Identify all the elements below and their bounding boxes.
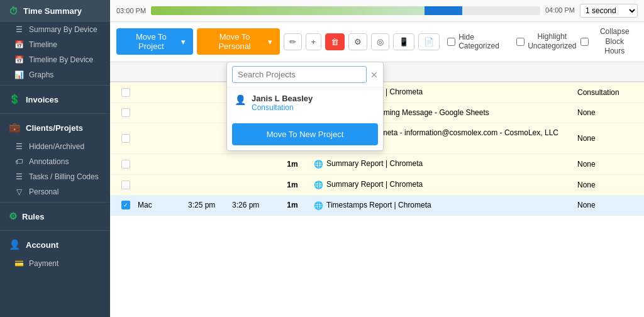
progress-marker bbox=[425, 6, 462, 15]
dropdown-arrow-icon: ▾ bbox=[181, 37, 186, 47]
move-to-project-button[interactable]: Move To Project ▾ bbox=[116, 28, 193, 55]
edit-button[interactable]: ✏ bbox=[284, 33, 302, 50]
row1-category: None bbox=[575, 107, 638, 118]
export-button[interactable]: 📄 bbox=[418, 33, 440, 50]
row0-start bbox=[186, 91, 230, 94]
row4-category: None bbox=[575, 179, 638, 191]
sidebar-item-summary-by-device[interactable]: ☰ Summary By Device bbox=[9, 22, 110, 37]
sidebar-tasks-billing-label: Tasks / Billing Codes bbox=[29, 172, 99, 181]
divider-3 bbox=[0, 202, 110, 203]
add-button[interactable]: + bbox=[306, 33, 322, 50]
row5-duration: 1m bbox=[274, 199, 311, 211]
row3-check[interactable] bbox=[116, 158, 135, 170]
col-check bbox=[116, 66, 135, 77]
time-label-left: 03:00 PM bbox=[116, 7, 146, 14]
row0-check[interactable] bbox=[116, 87, 135, 98]
move-to-project-label: Move To Project bbox=[124, 32, 179, 51]
progress-track bbox=[151, 6, 540, 15]
dropdown-search-row: ✕ bbox=[227, 62, 383, 87]
timeline-icon: 📅 bbox=[14, 40, 24, 49]
table-row: 1m 🌐 Summary Report | Chrometa None bbox=[110, 154, 644, 175]
checked-checkbox-5[interactable]: ✓ bbox=[121, 201, 130, 209]
highlight-checkbox[interactable] bbox=[516, 38, 525, 46]
hide-categorized-checkbox-label[interactable]: Hide Categorized bbox=[447, 33, 513, 50]
tasks-billing-icon: ☰ bbox=[14, 172, 24, 181]
sidebar: ⏱ Time Summary ☰ Summary By Device 📅 Tim… bbox=[0, 0, 110, 317]
time-summary-icon: ⏱ bbox=[9, 6, 18, 16]
dropdown-user-section: 👤 Janis L Beasley Consultation bbox=[227, 87, 383, 118]
sidebar-item-payment[interactable]: 💳 Payment bbox=[9, 256, 110, 271]
device-button[interactable]: 📱 bbox=[393, 33, 414, 50]
clients-icon: 💼 bbox=[9, 122, 21, 133]
account-icon: 👤 bbox=[9, 239, 21, 250]
sidebar-item-account[interactable]: 👤 Account bbox=[0, 233, 110, 256]
search-projects-input[interactable] bbox=[232, 66, 367, 83]
divider-1 bbox=[0, 85, 110, 86]
payment-icon: 💳 bbox=[14, 259, 24, 268]
sidebar-item-hidden-archived[interactable]: ☰ Hidden/Archived bbox=[9, 139, 110, 154]
row1-check[interactable] bbox=[116, 107, 135, 118]
move-to-personal-button[interactable]: Move To Personal ▾ bbox=[197, 28, 280, 55]
sidebar-invoices-label: Invoices bbox=[26, 95, 58, 104]
highlight-checkbox-label[interactable]: HighlightUncategorized bbox=[516, 32, 576, 52]
row2-start bbox=[186, 137, 230, 140]
row1-device bbox=[135, 111, 186, 114]
sidebar-item-timeline-by-device[interactable]: 📅 Timeline By Device bbox=[9, 52, 110, 67]
empty-checkbox-2[interactable] bbox=[121, 134, 130, 143]
move-to-new-project-button[interactable]: Move To New Project bbox=[232, 123, 378, 145]
row3-activity: 🌐 Summary Report | Chrometa bbox=[311, 157, 575, 171]
sidebar-item-graphs[interactable]: 📊 Graphs bbox=[9, 67, 110, 82]
empty-checkbox-4[interactable] bbox=[121, 181, 130, 189]
sidebar-item-tasks-billing[interactable]: ☰ Tasks / Billing Codes bbox=[9, 169, 110, 184]
settings-button[interactable]: ⚙ bbox=[348, 33, 367, 50]
move-to-personal-label: Move To Personal bbox=[204, 32, 265, 51]
sidebar-item-annotations[interactable]: 🏷 Annotations bbox=[9, 154, 110, 169]
row5-activity-text: Timestamps Report | Chrometa bbox=[326, 200, 431, 211]
sidebar-clients-label: Clients/Projets bbox=[26, 123, 83, 133]
user-icon: 👤 bbox=[235, 94, 247, 106]
empty-checkbox-1[interactable] bbox=[121, 108, 130, 117]
row5-category: None bbox=[575, 199, 638, 211]
sidebar-account-label: Account bbox=[26, 240, 58, 250]
delete-button[interactable]: 🗑 bbox=[325, 33, 345, 50]
collapse-block-hours-checkbox[interactable] bbox=[580, 38, 589, 46]
clear-search-button[interactable]: ✕ bbox=[370, 70, 378, 80]
row3-duration: 1m bbox=[274, 158, 311, 170]
annotations-icon: 🏷 bbox=[14, 157, 24, 166]
user-project[interactable]: Consultation bbox=[252, 103, 313, 112]
row4-check[interactable] bbox=[116, 179, 135, 191]
sidebar-item-invoices[interactable]: 💲 Invoices bbox=[0, 88, 110, 111]
time-right-value: 04:00 PM bbox=[545, 6, 575, 14]
user-name: Janis L Beasley bbox=[252, 94, 313, 103]
sidebar-item-timeline[interactable]: 📅 Timeline bbox=[9, 37, 110, 52]
row2-check[interactable] bbox=[116, 133, 135, 144]
row5-start: 3:25 pm bbox=[186, 199, 230, 211]
row3-category: None bbox=[575, 158, 638, 170]
row2-category: None bbox=[575, 133, 638, 144]
sidebar-graphs-label: Graphs bbox=[29, 70, 53, 79]
row5-end: 3:26 pm bbox=[230, 199, 274, 211]
row5-check[interactable]: ✓ bbox=[116, 199, 135, 211]
collapse-block-hours-checkbox-label[interactable]: Collapse BlockHours bbox=[580, 27, 638, 57]
sidebar-summary-by-device-label: Summary By Device bbox=[29, 25, 97, 34]
empty-checkbox-3[interactable] bbox=[121, 160, 130, 169]
globe-icon-3: 🌐 bbox=[314, 159, 323, 170]
hide-categorized-label: Hide Categorized bbox=[458, 33, 513, 50]
rules-icon: ⚙ bbox=[9, 211, 17, 222]
invoices-icon: 💲 bbox=[9, 94, 21, 105]
sidebar-item-clients[interactable]: 💼 Clients/Projets bbox=[0, 116, 110, 139]
sidebar-item-rules[interactable]: ⚙ Rules bbox=[0, 205, 110, 228]
sidebar-item-time-summary[interactable]: ⏱ Time Summary bbox=[0, 0, 110, 22]
row5-device: Mac bbox=[135, 199, 186, 211]
row4-activity: 🌐 Summary Report | Chrometa bbox=[311, 178, 575, 192]
sidebar-hidden-archived-label: Hidden/Archived bbox=[29, 142, 84, 151]
empty-checkbox-0[interactable] bbox=[121, 88, 130, 97]
divider-2 bbox=[0, 113, 110, 114]
hidden-archived-icon: ☰ bbox=[14, 142, 24, 151]
hide-categorized-checkbox[interactable] bbox=[447, 38, 455, 46]
time-label-right: 04:00 PM bbox=[545, 6, 575, 14]
speed-select[interactable]: 1 second 5 seconds 10 seconds bbox=[580, 4, 638, 18]
sidebar-item-personal[interactable]: ▽ Personal bbox=[9, 184, 110, 199]
collapse-block-hours-label: Collapse BlockHours bbox=[592, 27, 638, 57]
circle-button[interactable]: ◎ bbox=[371, 33, 389, 50]
